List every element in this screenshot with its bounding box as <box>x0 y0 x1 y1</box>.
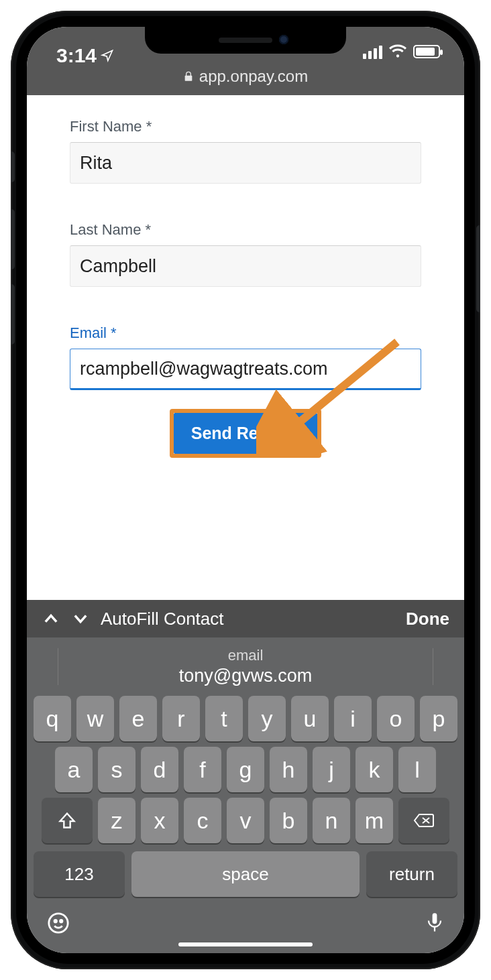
status-right <box>363 44 440 59</box>
numeric-key[interactable]: 123 <box>34 851 125 897</box>
return-key[interactable]: return <box>366 851 457 897</box>
shift-icon <box>58 811 76 830</box>
last-name-input[interactable] <box>70 245 421 287</box>
volume-down-button <box>11 284 15 345</box>
svg-rect-6 <box>433 913 437 924</box>
keyboard-suggestion[interactable]: email tony@gvws.com <box>27 637 464 693</box>
submit-row: Send Referral <box>70 409 421 458</box>
cellular-icon <box>363 44 382 59</box>
suggestion-value: tony@gvws.com <box>27 666 464 686</box>
key-a[interactable]: a <box>55 747 93 792</box>
key-o[interactable]: o <box>377 696 415 741</box>
key-s[interactable]: s <box>98 747 135 792</box>
key-q[interactable]: q <box>34 696 71 741</box>
key-z[interactable]: z <box>98 798 135 843</box>
key-m[interactable]: m <box>356 798 393 843</box>
prev-field-button[interactable] <box>42 609 60 628</box>
key-t[interactable]: t <box>205 696 243 741</box>
svg-line-0 <box>283 342 397 436</box>
front-camera <box>279 35 288 44</box>
key-k[interactable]: k <box>356 747 393 792</box>
first-name-input[interactable] <box>70 142 421 184</box>
volume-up-button <box>11 209 15 269</box>
backspace-icon <box>413 812 435 829</box>
key-e[interactable]: e <box>119 696 157 741</box>
keyboard: email tony@gvws.com qwertyuiop asdfghjkl… <box>27 637 464 953</box>
location-icon <box>101 49 114 62</box>
keyboard-footer <box>27 905 464 934</box>
key-c[interactable]: c <box>184 798 221 843</box>
first-name-label: First Name * <box>70 118 421 135</box>
url-domain: app.onpay.com <box>199 67 308 86</box>
side-button <box>476 225 480 312</box>
dictation-button[interactable] <box>425 912 444 934</box>
key-w[interactable]: w <box>76 696 114 741</box>
key-p[interactable]: p <box>420 696 457 741</box>
battery-icon <box>413 45 440 58</box>
page-content: First Name * Last Name * Email * <box>27 95 464 485</box>
svg-point-5 <box>60 920 62 922</box>
space-key[interactable]: space <box>131 851 360 897</box>
browser-url-bar[interactable]: app.onpay.com <box>27 67 464 86</box>
svg-point-3 <box>49 914 68 932</box>
key-l[interactable]: l <box>398 747 436 792</box>
lock-icon <box>183 70 194 82</box>
keyboard-row-bottom: 123 space return <box>27 846 464 905</box>
status-time: 3:14 <box>56 44 114 67</box>
keyboard-row-2: asdfghjkl <box>27 744 464 795</box>
notch <box>145 27 346 54</box>
backspace-key[interactable] <box>398 798 449 843</box>
emoji-button[interactable] <box>47 912 70 934</box>
key-u[interactable]: u <box>291 696 329 741</box>
key-g[interactable]: g <box>227 747 264 792</box>
svg-point-4 <box>54 920 56 922</box>
keyboard-assist-bar: AutoFill Contact Done <box>27 600 464 637</box>
callout-arrow <box>256 335 404 456</box>
key-h[interactable]: h <box>270 747 307 792</box>
key-f[interactable]: f <box>184 747 221 792</box>
key-x[interactable]: x <box>141 798 178 843</box>
key-d[interactable]: d <box>141 747 178 792</box>
autofill-contact-button[interactable]: AutoFill Contact <box>101 609 224 629</box>
speaker-grille <box>219 38 272 43</box>
shift-key[interactable] <box>42 798 93 843</box>
suggestion-label: email <box>27 647 464 664</box>
keyboard-row-1: qwertyuiop <box>27 693 464 744</box>
keyboard-done-button[interactable]: Done <box>406 609 449 629</box>
wifi-icon <box>389 44 406 59</box>
key-v[interactable]: v <box>227 798 264 843</box>
screen: 3:14 app.onpay.com First Name * Last Nam… <box>27 27 464 953</box>
key-i[interactable]: i <box>334 696 372 741</box>
home-indicator[interactable] <box>178 942 313 946</box>
last-name-label: Last Name * <box>70 221 421 239</box>
first-name-field: First Name * <box>70 118 421 184</box>
key-b[interactable]: b <box>270 798 307 843</box>
key-y[interactable]: y <box>248 696 286 741</box>
next-field-button[interactable] <box>71 609 90 628</box>
mute-switch <box>11 151 15 182</box>
keyboard-row-3: zxcvbnm <box>27 795 464 846</box>
key-j[interactable]: j <box>313 747 350 792</box>
phone-frame: 3:14 app.onpay.com First Name * Last Nam… <box>11 11 480 969</box>
key-r[interactable]: r <box>162 696 200 741</box>
time-text: 3:14 <box>56 44 97 67</box>
key-n[interactable]: n <box>313 798 350 843</box>
last-name-field: Last Name * <box>70 221 421 287</box>
keyboard-region: AutoFill Contact Done email tony@gvws.co… <box>27 600 464 953</box>
